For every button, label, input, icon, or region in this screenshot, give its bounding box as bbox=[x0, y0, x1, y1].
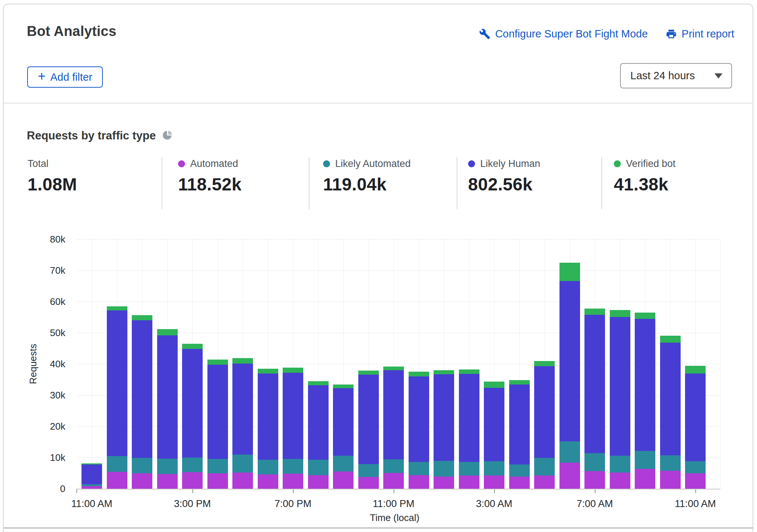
bar-segment-verified-bot[interactable] bbox=[383, 367, 404, 370]
bar-segment-automated[interactable] bbox=[182, 472, 203, 489]
bar-segment-likely-automated[interactable] bbox=[534, 458, 555, 475]
bar-segment-likely-human[interactable] bbox=[610, 317, 630, 456]
bar-segment-likely-human[interactable] bbox=[232, 364, 253, 455]
bar-segment-likely-automated[interactable] bbox=[685, 461, 706, 473]
bar-segment-likely-human[interactable] bbox=[509, 385, 530, 464]
bar-segment-verified-bot[interactable] bbox=[207, 360, 228, 365]
bar-segment-likely-human[interactable] bbox=[559, 281, 580, 441]
bar-segment-verified-bot[interactable] bbox=[258, 369, 278, 374]
bar-segment-likely-automated[interactable] bbox=[509, 464, 530, 477]
bar-segment-verified-bot[interactable] bbox=[283, 368, 303, 373]
bar-segment-likely-automated[interactable] bbox=[333, 456, 354, 471]
bar-segment-verified-bot[interactable] bbox=[610, 310, 630, 317]
bar-segment-automated[interactable] bbox=[484, 475, 504, 489]
bar-segment-automated[interactable] bbox=[534, 475, 555, 489]
bar-segment-automated[interactable] bbox=[383, 473, 404, 489]
bar-segment-verified-bot[interactable] bbox=[660, 336, 681, 343]
bar-segment-automated[interactable] bbox=[207, 473, 228, 489]
bar-segment-automated[interactable] bbox=[232, 473, 253, 489]
bar-segment-verified-bot[interactable] bbox=[685, 366, 706, 374]
bar-segment-likely-automated[interactable] bbox=[132, 458, 152, 473]
bar-segment-likely-automated[interactable] bbox=[459, 462, 479, 475]
bar-segment-likely-automated[interactable] bbox=[383, 459, 404, 473]
bar-segment-likely-human[interactable] bbox=[459, 374, 479, 462]
bar-segment-likely-automated[interactable] bbox=[157, 459, 178, 474]
bar-segment-likely-automated[interactable] bbox=[635, 451, 655, 469]
bar-segment-automated[interactable] bbox=[258, 474, 278, 489]
bar-segment-likely-human[interactable] bbox=[635, 319, 655, 451]
bar-segment-likely-automated[interactable] bbox=[182, 458, 203, 472]
bar-segment-verified-bot[interactable] bbox=[584, 309, 605, 315]
bar-segment-automated[interactable] bbox=[358, 477, 379, 489]
bar-segment-likely-automated[interactable] bbox=[82, 484, 102, 486]
bar-segment-likely-automated[interactable] bbox=[107, 456, 127, 472]
bar-segment-automated[interactable] bbox=[509, 477, 530, 489]
bar-segment-automated[interactable] bbox=[283, 474, 303, 489]
bar-segment-automated[interactable] bbox=[82, 486, 102, 489]
bar-segment-automated[interactable] bbox=[132, 473, 152, 489]
bar-segment-automated[interactable] bbox=[559, 463, 580, 489]
bar-segment-likely-human[interactable] bbox=[157, 335, 178, 459]
bar-segment-verified-bot[interactable] bbox=[459, 369, 479, 374]
bar-segment-likely-automated[interactable] bbox=[258, 460, 278, 474]
bar-segment-automated[interactable] bbox=[308, 475, 329, 489]
bar-segment-likely-human[interactable] bbox=[534, 366, 555, 458]
bar-segment-likely-automated[interactable] bbox=[232, 455, 253, 473]
bar-segment-likely-automated[interactable] bbox=[434, 461, 454, 477]
bar-segment-likely-automated[interactable] bbox=[409, 462, 429, 475]
bar-segment-likely-human[interactable] bbox=[308, 385, 329, 460]
bar-segment-verified-bot[interactable] bbox=[434, 370, 454, 374]
bar-segment-verified-bot[interactable] bbox=[534, 361, 555, 366]
bar-segment-likely-human[interactable] bbox=[182, 349, 203, 458]
bar-segment-automated[interactable] bbox=[409, 475, 429, 489]
bar-segment-automated[interactable] bbox=[660, 471, 681, 489]
bar-segment-verified-bot[interactable] bbox=[509, 380, 530, 385]
bar-segment-likely-automated[interactable] bbox=[584, 453, 605, 471]
bar-segment-likely-human[interactable] bbox=[409, 376, 429, 462]
bar-segment-likely-human[interactable] bbox=[685, 374, 706, 461]
bar-segment-verified-bot[interactable] bbox=[82, 463, 102, 464]
bar-segment-automated[interactable] bbox=[333, 471, 354, 489]
bar-segment-likely-human[interactable] bbox=[283, 373, 303, 459]
bar-segment-likely-automated[interactable] bbox=[610, 456, 630, 473]
bar-segment-likely-human[interactable] bbox=[484, 388, 504, 461]
bar-segment-likely-human[interactable] bbox=[258, 374, 278, 460]
bar-segment-likely-human[interactable] bbox=[383, 370, 404, 459]
bar-segment-verified-bot[interactable] bbox=[232, 358, 253, 364]
bar-segment-verified-bot[interactable] bbox=[635, 313, 655, 319]
bar-segment-verified-bot[interactable] bbox=[409, 372, 429, 376]
bar-segment-likely-human[interactable] bbox=[132, 320, 152, 458]
bar-segment-verified-bot[interactable] bbox=[308, 381, 329, 385]
bar-segment-verified-bot[interactable] bbox=[484, 382, 504, 388]
bar-segment-likely-human[interactable] bbox=[207, 365, 228, 459]
bar-segment-likely-automated[interactable] bbox=[484, 461, 504, 475]
bar-segment-verified-bot[interactable] bbox=[157, 329, 178, 335]
bar-segment-likely-automated[interactable] bbox=[308, 460, 329, 475]
bar-segment-automated[interactable] bbox=[584, 471, 605, 489]
bar-segment-likely-human[interactable] bbox=[660, 343, 681, 455]
bar-segment-likely-human[interactable] bbox=[358, 375, 379, 464]
bar-segment-verified-bot[interactable] bbox=[559, 263, 580, 281]
bar-segment-automated[interactable] bbox=[635, 469, 655, 489]
bar-segment-automated[interactable] bbox=[459, 475, 479, 489]
bar-segment-likely-human[interactable] bbox=[584, 315, 605, 453]
bar-segment-verified-bot[interactable] bbox=[358, 371, 379, 375]
bar-segment-likely-automated[interactable] bbox=[207, 459, 228, 473]
bar-segment-verified-bot[interactable] bbox=[107, 306, 127, 310]
bar-segment-likely-automated[interactable] bbox=[660, 455, 681, 471]
bar-segment-likely-human[interactable] bbox=[82, 464, 102, 484]
bar-segment-automated[interactable] bbox=[685, 473, 706, 489]
bar-segment-likely-human[interactable] bbox=[107, 310, 127, 456]
bar-segment-automated[interactable] bbox=[157, 474, 178, 489]
bar-segment-verified-bot[interactable] bbox=[182, 344, 203, 349]
bar-segment-automated[interactable] bbox=[610, 473, 630, 489]
bar-segment-likely-human[interactable] bbox=[434, 374, 454, 461]
bar-segment-likely-human[interactable] bbox=[333, 388, 354, 456]
bar-segment-automated[interactable] bbox=[434, 477, 454, 489]
bar-segment-verified-bot[interactable] bbox=[132, 315, 152, 320]
bar-segment-likely-automated[interactable] bbox=[283, 459, 303, 474]
bar-segment-likely-automated[interactable] bbox=[559, 441, 580, 463]
bar-segment-likely-automated[interactable] bbox=[358, 464, 379, 477]
bar-segment-automated[interactable] bbox=[107, 472, 127, 489]
bar-segment-verified-bot[interactable] bbox=[333, 385, 354, 388]
